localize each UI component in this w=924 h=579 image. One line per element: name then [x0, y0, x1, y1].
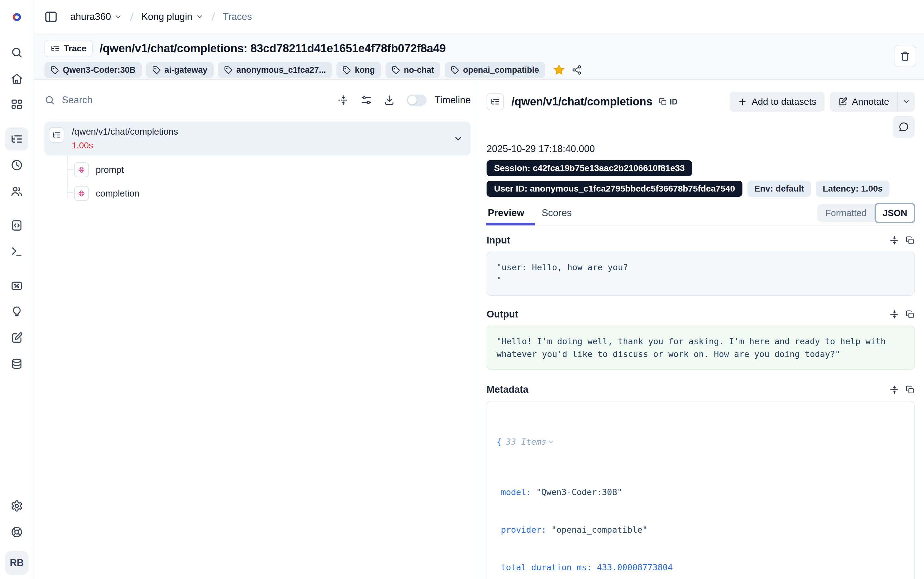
copy-section-button[interactable]	[905, 385, 915, 394]
tag-icon	[224, 66, 233, 74]
sidebar-item-scores[interactable]	[5, 274, 28, 297]
input-heading: Input	[486, 235, 510, 246]
meta-badges-row: User ID: anonymous_c1fca2795bbedc5f36678…	[486, 181, 915, 197]
app-root: RB ahura360 Kong plugin Traces	[0, 0, 924, 579]
trace-tags-row: Qwen3-Coder:30B ai-gateway anonymous_c1f…	[44, 62, 924, 78]
json-root-line: {33 Items	[496, 436, 905, 448]
tab-scores[interactable]: Scores	[540, 208, 573, 225]
output-heading: Output	[486, 309, 518, 320]
copy-icon	[905, 236, 915, 245]
format-formatted-button[interactable]: Formatted	[817, 208, 875, 218]
timeline-toggle[interactable]	[406, 95, 426, 106]
search-input[interactable]	[62, 95, 261, 106]
input-line: "	[496, 274, 905, 286]
tag-pill[interactable]: anonymous_c1fca27...	[218, 62, 332, 78]
user-id-badge[interactable]: User ID: anonymous_c1fca2795bbedc5f36678…	[486, 181, 743, 197]
collapse-section-button[interactable]	[890, 236, 899, 245]
sidebar-item-tracing[interactable]	[5, 128, 28, 150]
sidebar-item-dashboards[interactable]	[5, 93, 28, 116]
json-expander[interactable]: 33 Items	[506, 436, 554, 448]
breadcrumb-page[interactable]: Traces	[223, 11, 252, 22]
trace-node-badge	[49, 127, 64, 143]
collapse-section-button[interactable]	[890, 310, 899, 319]
tag-pill[interactable]: openai_compatible	[445, 62, 545, 78]
tab-preview[interactable]: Preview	[486, 208, 526, 225]
tree-root-row[interactable]: /qwen/v1/chat/completions 1.00s	[44, 122, 471, 155]
delete-trace-button[interactable]	[894, 45, 916, 67]
tag-pill[interactable]: no-chat	[385, 62, 441, 78]
download-icon	[384, 95, 395, 106]
sidebar-item-evaluators[interactable]	[5, 300, 28, 324]
add-to-datasets-button[interactable]: Add to datasets	[730, 92, 824, 112]
share-button[interactable]	[571, 65, 582, 75]
tag-pill[interactable]: ai-gateway	[146, 62, 214, 78]
download-button[interactable]	[384, 95, 395, 106]
tag-pill[interactable]: kong	[336, 62, 381, 78]
tree-connector	[67, 169, 74, 170]
list-tree-icon	[52, 131, 61, 139]
app-logo[interactable]	[0, 0, 34, 34]
main-column: ahura360 Kong plugin Traces Trace /qwen/…	[34, 0, 924, 579]
sidebar-item-datasets[interactable]	[5, 353, 28, 376]
collapse-icon	[890, 385, 899, 394]
breadcrumb-org[interactable]: ahura360	[70, 11, 122, 22]
annotate-split-button: Annotate	[830, 92, 915, 112]
sidebar-item-annotation[interactable]	[5, 327, 28, 350]
user-avatar[interactable]: RB	[5, 551, 29, 575]
sidebar-item-users[interactable]	[5, 180, 28, 203]
clock-icon	[11, 159, 23, 171]
sidebar-item-sessions[interactable]	[5, 154, 28, 177]
sidebar-item-playground[interactable]	[5, 240, 28, 263]
json-key: total_duration_ms	[501, 561, 587, 573]
copy-id-button[interactable]: ID	[658, 97, 677, 106]
format-json-button[interactable]: JSON	[875, 203, 915, 223]
json-key: model	[501, 486, 526, 498]
sidebar-item-search[interactable]	[5, 41, 28, 64]
annotate-button[interactable]: Annotate	[830, 92, 897, 112]
tree-settings-button[interactable]	[361, 95, 372, 106]
tree-toolbar: Timeline	[338, 95, 471, 106]
json-entry: provider: "openai_compatible"	[496, 523, 905, 536]
trace-detail-panel: /qwen/v1/chat/completions ID Add to data…	[476, 80, 924, 579]
chevron-down-icon	[902, 98, 910, 106]
collapse-section-button[interactable]	[890, 385, 899, 394]
detail-title: /qwen/v1/chat/completions	[511, 95, 652, 108]
sliders-icon	[361, 95, 372, 106]
sidebar-item-support[interactable]	[5, 520, 28, 543]
timeline-label: Timeline	[435, 95, 471, 106]
detail-actions: Add to datasets Annotate	[730, 92, 915, 112]
copy-icon	[658, 97, 667, 106]
latency-badge: Latency: 1.00s	[816, 181, 890, 197]
tag-label: openai_compatible	[463, 65, 539, 75]
breadcrumb-project[interactable]: Kong plugin	[142, 11, 204, 22]
collapse-node-button[interactable]	[453, 134, 463, 144]
copy-section-button[interactable]	[905, 310, 915, 319]
annotate-menu-button[interactable]	[897, 92, 915, 112]
sidebar-item-prompts[interactable]	[5, 214, 28, 237]
comments-button[interactable]	[893, 116, 915, 138]
tag-label: anonymous_c1fca27...	[236, 65, 326, 75]
detail-tabs: Preview Scores Formatted JSON	[486, 204, 915, 226]
sidebar-item-home[interactable]	[5, 67, 28, 90]
trace-title-row: Trace /qwen/v1/chat/completions: 83cd782…	[44, 40, 924, 57]
bookmark-star-button[interactable]	[553, 64, 565, 76]
lightbulb-icon	[11, 306, 23, 318]
collapse-all-button[interactable]	[338, 95, 349, 106]
sidebar-item-settings[interactable]	[5, 494, 28, 517]
tree-child-row[interactable]: completion	[74, 184, 471, 203]
sidebar-toggle-button[interactable]	[44, 10, 58, 24]
copy-section-button[interactable]	[905, 236, 915, 245]
home-icon	[11, 72, 23, 85]
session-badge[interactable]: Session: c42fca19b75e13aac2b2106610f81e3…	[486, 160, 692, 176]
json-key: provider	[501, 523, 541, 536]
trace-type-label: Trace	[64, 44, 87, 54]
tree-child-row[interactable]: prompt	[74, 160, 471, 179]
trash-icon	[899, 50, 911, 62]
tag-pill[interactable]: Qwen3-Coder:30B	[44, 62, 142, 78]
tag-label: no-chat	[404, 65, 434, 75]
output-section-header: Output	[486, 309, 915, 320]
tag-icon	[343, 66, 351, 74]
list-tree-icon	[11, 133, 23, 145]
observation-tree-panel: Timeline /qwen/v1/chat/completions 1.00s	[34, 80, 476, 579]
star-icon	[553, 64, 565, 76]
